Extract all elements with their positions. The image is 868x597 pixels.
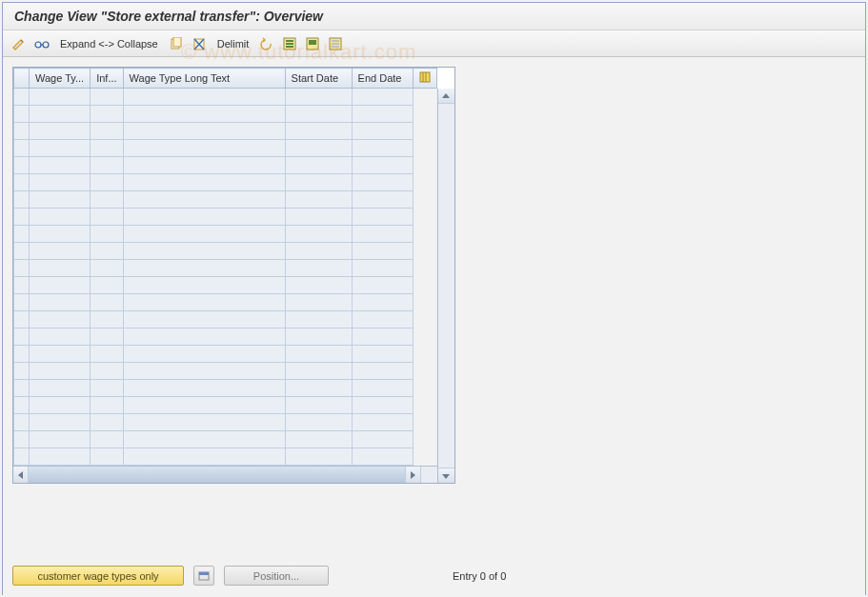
- cell[interactable]: [91, 140, 123, 157]
- cell[interactable]: [91, 243, 123, 260]
- cell[interactable]: [30, 174, 91, 191]
- col-end-date[interactable]: End Date: [352, 69, 413, 89]
- cell[interactable]: [91, 157, 123, 174]
- cell[interactable]: [123, 226, 285, 243]
- cell[interactable]: [285, 294, 352, 311]
- table-row[interactable]: [14, 174, 437, 191]
- table-row[interactable]: [14, 140, 437, 157]
- row-selector[interactable]: [14, 174, 30, 191]
- row-selector[interactable]: [14, 431, 30, 448]
- cell[interactable]: [91, 431, 123, 448]
- cell[interactable]: [91, 191, 123, 209]
- cell[interactable]: [30, 209, 91, 226]
- cell[interactable]: [30, 431, 91, 448]
- deselect-all-icon[interactable]: [327, 35, 344, 52]
- cell[interactable]: [285, 191, 352, 209]
- table-row[interactable]: [14, 106, 437, 123]
- table-row[interactable]: [14, 363, 437, 380]
- col-wage-long[interactable]: Wage Type Long Text: [123, 69, 285, 89]
- position-button[interactable]: Position...: [224, 566, 329, 586]
- table-row[interactable]: [14, 311, 437, 328]
- cell[interactable]: [123, 363, 285, 380]
- table-row[interactable]: [14, 277, 437, 294]
- row-selector[interactable]: [14, 380, 30, 397]
- cell[interactable]: [91, 123, 123, 140]
- row-selector-header[interactable]: [14, 69, 30, 89]
- table-row[interactable]: [14, 414, 437, 431]
- cell[interactable]: [91, 260, 123, 277]
- cell[interactable]: [285, 89, 352, 106]
- table-row[interactable]: [14, 89, 437, 106]
- row-selector[interactable]: [14, 260, 30, 277]
- cell[interactable]: [30, 363, 91, 380]
- cell[interactable]: [285, 123, 352, 140]
- undo-icon[interactable]: [258, 35, 275, 52]
- cell[interactable]: [30, 294, 91, 311]
- table-row[interactable]: [14, 243, 437, 260]
- col-start-date[interactable]: Start Date: [285, 69, 352, 89]
- cell[interactable]: [285, 277, 352, 294]
- cell[interactable]: [123, 294, 285, 311]
- table-row[interactable]: [14, 431, 437, 448]
- cell[interactable]: [352, 157, 413, 174]
- table-row[interactable]: [14, 346, 437, 363]
- cell[interactable]: [123, 397, 285, 414]
- cell[interactable]: [352, 209, 413, 226]
- cell[interactable]: [352, 243, 413, 260]
- cell[interactable]: [123, 448, 285, 466]
- cell[interactable]: [352, 431, 413, 448]
- cell[interactable]: [123, 106, 285, 123]
- vertical-scrollbar[interactable]: [437, 89, 454, 483]
- table-row[interactable]: [14, 226, 437, 243]
- cell[interactable]: [285, 397, 352, 414]
- row-selector[interactable]: [14, 448, 30, 466]
- cell[interactable]: [285, 243, 352, 260]
- cell[interactable]: [123, 140, 285, 157]
- cell[interactable]: [352, 123, 413, 140]
- table-row[interactable]: [14, 294, 437, 311]
- cell[interactable]: [123, 89, 285, 106]
- cell[interactable]: [285, 157, 352, 174]
- row-selector[interactable]: [14, 226, 30, 243]
- row-selector[interactable]: [14, 346, 30, 363]
- cell[interactable]: [91, 380, 123, 397]
- delimit-button[interactable]: Delimit: [213, 38, 253, 50]
- cell[interactable]: [352, 174, 413, 191]
- table-row[interactable]: [14, 209, 437, 226]
- configure-columns-icon[interactable]: [413, 69, 436, 89]
- cell[interactable]: [285, 328, 352, 346]
- cell[interactable]: [30, 311, 91, 328]
- cell[interactable]: [30, 414, 91, 431]
- cell[interactable]: [30, 191, 91, 209]
- cell[interactable]: [285, 346, 352, 363]
- cell[interactable]: [352, 380, 413, 397]
- cell[interactable]: [352, 397, 413, 414]
- cell[interactable]: [123, 191, 285, 209]
- glasses-icon[interactable]: [33, 35, 50, 52]
- cell[interactable]: [91, 294, 123, 311]
- grid-table[interactable]: Wage Ty... Inf... Wage Type Long Text St…: [13, 68, 437, 466]
- row-selector[interactable]: [14, 243, 30, 260]
- cell[interactable]: [285, 363, 352, 380]
- cell[interactable]: [123, 346, 285, 363]
- cell[interactable]: [352, 363, 413, 380]
- row-selector[interactable]: [14, 277, 30, 294]
- table-row[interactable]: [14, 328, 437, 346]
- scroll-down-icon[interactable]: [438, 468, 454, 483]
- horizontal-scrollbar[interactable]: [13, 466, 437, 483]
- cell[interactable]: [352, 294, 413, 311]
- cell[interactable]: [352, 140, 413, 157]
- cell[interactable]: [123, 311, 285, 328]
- cell[interactable]: [30, 328, 91, 346]
- cell[interactable]: [352, 311, 413, 328]
- select-all-icon[interactable]: [281, 35, 298, 52]
- cell[interactable]: [91, 414, 123, 431]
- cell[interactable]: [91, 209, 123, 226]
- cell[interactable]: [285, 106, 352, 123]
- row-selector[interactable]: [14, 140, 30, 157]
- cell[interactable]: [352, 89, 413, 106]
- table-row[interactable]: [14, 397, 437, 414]
- cell[interactable]: [285, 380, 352, 397]
- cell[interactable]: [30, 346, 91, 363]
- cell[interactable]: [123, 431, 285, 448]
